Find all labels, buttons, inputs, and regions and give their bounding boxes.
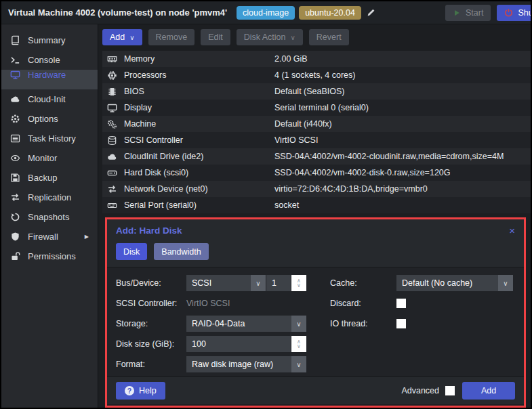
memory-icon	[106, 54, 117, 64]
chevron-down-icon[interactable]	[291, 316, 306, 332]
book-icon	[10, 35, 20, 45]
sidebar-item-firewall[interactable]: Firewall	[1, 227, 98, 246]
pencil-icon[interactable]	[367, 8, 375, 17]
titlebar-actions: Start Shutdown	[445, 5, 531, 21]
table-row-scsi-controller[interactable]: SCSI ControllerVirtIO SCSI	[102, 132, 531, 148]
add-button[interactable]: Add	[102, 29, 142, 45]
dialog-body: Bus/Device: SCSI 1 SCSI Controller: Virt…	[107, 267, 524, 377]
dialog-tabs: Disk Bandwidth	[116, 243, 515, 267]
dialog-title: Add: Hard Disk	[116, 225, 182, 236]
floppy-icon	[10, 173, 20, 183]
table-row-hard-disk[interactable]: Hard Disk (scsi0)SSD-04A:4002/vm-4002-di…	[102, 165, 531, 181]
help-button[interactable]: Help	[116, 382, 165, 400]
tab-bandwidth[interactable]: Bandwidth	[154, 243, 208, 260]
format-label: Format:	[116, 360, 186, 369]
history-icon	[10, 212, 20, 222]
storage-select[interactable]: RAID-04-Data	[186, 316, 306, 332]
storage-label: Storage:	[116, 319, 186, 328]
discard-label: Discard:	[330, 299, 396, 308]
display-icon	[106, 103, 117, 113]
scsi-controller-label: SCSI Controller:	[116, 299, 186, 308]
network-icon	[106, 184, 117, 194]
shield-icon	[10, 232, 20, 242]
eye-icon	[10, 153, 20, 163]
page-title: Virtual Machine 4002 (volume-test) on no…	[8, 7, 227, 18]
list-icon	[10, 133, 20, 144]
edit-button[interactable]: Edit	[201, 29, 230, 45]
disk-size-label: Disk size (GiB):	[116, 339, 186, 349]
sidebar-item-console[interactable]: Console	[1, 50, 98, 70]
cloud-icon	[106, 152, 117, 162]
start-button[interactable]: Start	[445, 5, 491, 21]
shutdown-button[interactable]: Shutdown	[497, 5, 531, 21]
chevron-down-icon	[129, 33, 134, 42]
terminal-icon	[10, 55, 20, 65]
io-thread-label: IO thread:	[330, 319, 396, 328]
sidebar-item-snapshots[interactable]: Snapshots	[1, 207, 98, 227]
add-hard-disk-dialog: Add: Hard Disk Disk Bandwidth Bus/Device…	[105, 217, 526, 408]
replication-arrows-icon	[10, 192, 20, 202]
dialog-bottom-strip	[107, 404, 524, 406]
database-icon	[106, 135, 117, 146]
table-row-network-device[interactable]: Network Device (net0)virtio=72:D6:4C:4D:…	[102, 181, 531, 197]
sidebar: Summary Console Hardware Cloud-Init Opti…	[1, 24, 98, 408]
cloud-icon	[10, 94, 20, 104]
disk-action-button[interactable]: Disk Action	[237, 29, 303, 45]
revert-button[interactable]: Revert	[309, 29, 349, 45]
advanced-label: Advanced	[401, 386, 439, 395]
sidebar-item-backup[interactable]: Backup	[1, 168, 98, 188]
bus-device-select[interactable]: SCSI	[186, 275, 266, 291]
chevron-down-icon[interactable]	[251, 275, 266, 291]
sidebar-item-permissions[interactable]: Permissions	[1, 246, 98, 266]
tab-disk[interactable]: Disk	[116, 243, 147, 260]
dialog-footer: Help Advanced Add	[107, 377, 524, 404]
sidebar-item-cloud-init[interactable]: Cloud-Init	[1, 89, 98, 109]
close-icon[interactable]	[509, 226, 515, 236]
table-row-cloudinit-drive[interactable]: CloudInit Drive (ide2)SSD-04A:4002/vm-40…	[102, 148, 531, 165]
table-row-processors[interactable]: Processors4 (1 sockets, 4 cores)	[102, 67, 531, 83]
lock-icon	[10, 251, 20, 261]
sidebar-item-summary[interactable]: Summary	[1, 30, 98, 50]
sidebar-item-options[interactable]: Options	[1, 109, 98, 129]
gears-icon	[106, 119, 117, 129]
sidebar-item-task-history[interactable]: Task History	[1, 129, 98, 148]
gear-icon	[10, 114, 20, 124]
bus-number-input[interactable]: 1	[266, 275, 291, 291]
dialog-header: Add: Hard Disk Disk Bandwidth	[107, 219, 524, 267]
question-icon	[125, 386, 134, 395]
io-thread-checkbox[interactable]	[396, 319, 406, 328]
submenu-caret-icon	[85, 234, 89, 240]
sidebar-item-replication[interactable]: Replication	[1, 188, 98, 207]
dialog-add-button[interactable]: Add	[462, 382, 515, 400]
table-row-bios[interactable]: BIOSDefault (SeaBIOS)	[102, 83, 531, 100]
play-icon	[453, 9, 461, 17]
disk-size-spinner[interactable]	[291, 336, 306, 352]
chevron-down-icon[interactable]	[291, 356, 306, 372]
bus-device-label: Bus/Device:	[116, 278, 186, 288]
chevron-down-icon[interactable]	[498, 275, 513, 291]
discard-checkbox[interactable]	[396, 299, 406, 308]
table-row-display[interactable]: DisplaySerial terminal 0 (serial0)	[102, 100, 531, 116]
hardware-table: Memory2.00 GiB Processors4 (1 sockets, 4…	[102, 51, 531, 213]
display-icon	[10, 70, 20, 80]
advanced-checkbox[interactable]	[445, 386, 455, 395]
remove-button[interactable]: Remove	[148, 29, 195, 45]
hardware-toolbar: Add Remove Edit Disk Action Revert	[102, 29, 531, 45]
cache-select[interactable]: Default (No cache)	[396, 275, 513, 291]
disk-size-input[interactable]: 100	[186, 336, 291, 352]
scsi-controller-value: VirtIO SCSI	[186, 299, 230, 308]
format-select[interactable]: Raw disk image (raw)	[186, 356, 306, 372]
cache-label: Cache:	[330, 278, 396, 288]
table-row-memory[interactable]: Memory2.00 GiB	[102, 51, 531, 67]
hdd-icon	[106, 168, 117, 178]
bus-number-spinner[interactable]	[291, 275, 306, 291]
tag-ubuntu: ubuntu-20.04	[299, 6, 361, 20]
proxmox-vm-screen: Virtual Machine 4002 (volume-test) on no…	[0, 0, 532, 409]
table-row-machine[interactable]: MachineDefault (i440fx)	[102, 116, 531, 132]
table-row-serial-port[interactable]: Serial Port (serial0)socket	[102, 197, 531, 213]
sidebar-item-hardware[interactable]: Hardware	[1, 70, 98, 89]
sidebar-item-monitor[interactable]: Monitor	[1, 148, 98, 168]
cpu-icon	[106, 70, 117, 81]
titlebar: Virtual Machine 4002 (volume-test) on no…	[1, 1, 531, 24]
microchip-icon	[106, 87, 117, 97]
